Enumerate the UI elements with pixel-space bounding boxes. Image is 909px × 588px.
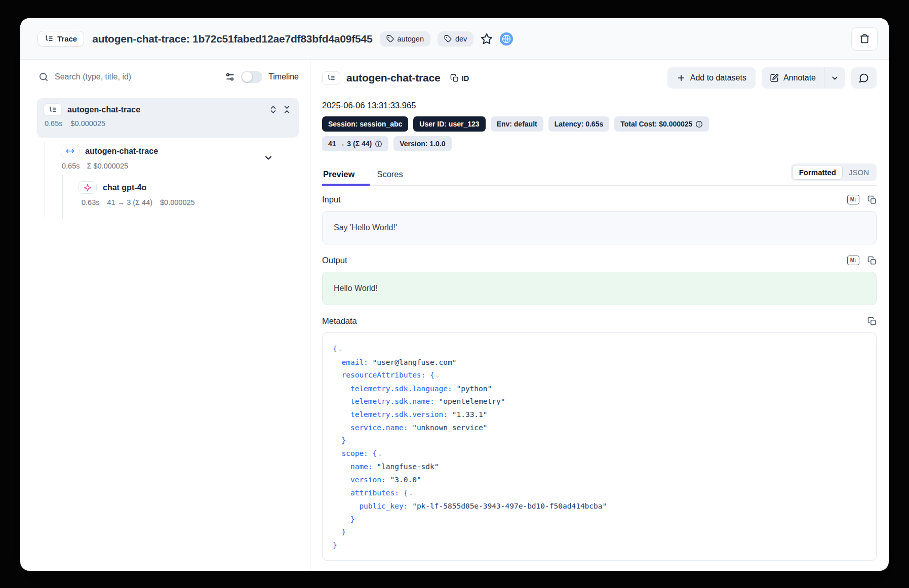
chevron-down-icon[interactable] (263, 153, 273, 163)
node-tokens: 41 → 3 (Σ 44) (107, 198, 152, 206)
trace-tree-sidebar: Timeline autogen-chat-trace (20, 60, 310, 571)
timeline-toggle-label: Timeline (268, 72, 299, 81)
format-toggle: Formatted JSON (791, 163, 877, 181)
metadata-content-box: {⌄ email: "user@langfuse.com" resourceAt… (322, 332, 877, 561)
output-section-label: Output (322, 256, 347, 265)
trace-type-badge: Trace (37, 31, 84, 47)
tab-preview[interactable]: Preview (322, 165, 370, 185)
copy-id-button[interactable]: ID (450, 74, 469, 82)
copy-metadata-icon[interactable] (867, 317, 877, 326)
metadata-json-line: {⌄ (333, 343, 866, 356)
generation-node-type-chip (78, 181, 97, 194)
metadata-json-line: } (333, 539, 866, 552)
metadata-json-line: } (333, 526, 866, 539)
annotate-button[interactable]: Annotate (762, 67, 824, 89)
tree-node-trace-root[interactable]: autogen-chat-trace 0.65s $0.000025 (37, 98, 299, 138)
info-icon (375, 140, 382, 148)
node-duration: 0.63s (82, 198, 99, 206)
window-header: Trace autogen-chat-trace: 1b72c51fabed12… (20, 18, 889, 60)
latency-badge: Latency: 0.65s (548, 116, 610, 132)
tree-node-span[interactable]: autogen-chat-trace (61, 145, 284, 157)
env-badge: Env: default (491, 116, 543, 132)
node-cost: $0.000025 (70, 119, 105, 128)
list-tree-icon (45, 34, 53, 43)
metadata-json-line: email: "user@langfuse.com" (333, 356, 866, 369)
annotate-label: Annotate (783, 73, 816, 82)
globe-icon[interactable] (500, 32, 513, 46)
tab-scores[interactable]: Scores (370, 165, 407, 185)
info-icon (695, 120, 703, 128)
trace-preview-panel: autogen-chat-trace ID Add to datasets (310, 60, 889, 571)
span-node-type-chip (61, 145, 80, 157)
metadata-json-line: version: "3.0.0" (333, 474, 866, 487)
markdown-toggle-icon[interactable]: M↓ (847, 195, 859, 204)
tree-node-title: chat gpt-4o (103, 183, 146, 192)
filter-settings-icon[interactable] (225, 72, 235, 82)
expand-all-icon[interactable] (268, 105, 278, 114)
metadata-json: {⌄ email: "user@langfuse.com" resourceAt… (333, 343, 866, 552)
output-text: Hello World! (334, 284, 378, 292)
session-badge[interactable]: Session: session_abc (322, 116, 408, 132)
format-formatted-option[interactable]: Formatted (793, 165, 843, 180)
copy-output-icon[interactable] (867, 256, 877, 265)
collapse-chevron-icon[interactable]: ⌄ (408, 487, 413, 500)
id-label: ID (461, 74, 469, 82)
metadata-json-line: name: "langfuse-sdk" (333, 460, 866, 474)
node-duration: 0.65s (45, 119, 62, 128)
metadata-json-line: resourceAttributes: {⌄ (333, 369, 866, 383)
annotate-menu-chevron[interactable] (824, 67, 845, 89)
timeline-toggle[interactable] (241, 71, 262, 83)
tree-node-title: autogen-chat-trace (85, 147, 158, 156)
tokens-label: 41 → 3 (Σ 44) (328, 140, 372, 148)
input-section-label: Input (322, 195, 341, 204)
comments-button[interactable] (851, 67, 877, 89)
page-title: autogen-chat-trace: 1b72c51fabed12ae7df8… (92, 33, 372, 45)
total-cost-badge[interactable]: Total Cost: $0.000025 (614, 116, 709, 132)
metadata-json-line: scope: {⌄ (333, 447, 866, 461)
collapse-chevron-icon[interactable]: ⌄ (434, 369, 440, 382)
toggle-knob (242, 72, 252, 82)
input-text: Say 'Hello World!' (334, 223, 397, 232)
observation-tree: autogen-chat-trace 0.65s $0.000025 (20, 98, 310, 230)
search-input[interactable] (55, 72, 219, 81)
metadata-json-line: } (333, 513, 866, 526)
metadata-section-label: Metadata (322, 316, 357, 326)
search-icon (38, 72, 49, 82)
collapse-chevron-icon[interactable]: ⌄ (337, 343, 342, 356)
tokens-badge[interactable]: 41 → 3 (Σ 44) (322, 136, 388, 151)
delete-trace-button[interactable] (851, 27, 878, 51)
metadata-json-line: service.name: "unknown_service" (333, 422, 866, 435)
plus-icon (677, 73, 686, 82)
copy-input-icon[interactable] (867, 195, 877, 204)
trace-badge-label: Trace (57, 34, 77, 43)
metadata-json-line: telemetry.sdk.language: "python" (333, 383, 866, 396)
tag-dev[interactable]: dev (438, 31, 473, 47)
tag-label: dev (455, 35, 467, 43)
collapse-all-icon[interactable] (282, 105, 292, 114)
metadata-json-line: } (333, 434, 866, 447)
format-json-option[interactable]: JSON (843, 165, 875, 179)
output-content-box: Hello World! (322, 272, 877, 305)
tree-connector-line (62, 175, 63, 219)
tag-icon (444, 35, 452, 43)
edit-icon (770, 73, 779, 82)
metadata-json-line: attributes: {⌄ (333, 487, 866, 500)
node-cost: Σ $0.000025 (87, 162, 128, 170)
metadata-json-line: telemetry.sdk.version: "1.33.1" (333, 408, 866, 422)
tag-icon (386, 35, 394, 43)
metadata-json-line: telemetry.sdk.name: "opentelemetry" (333, 395, 866, 408)
trace-detail-window: Trace autogen-chat-trace: 1b72c51fabed12… (20, 18, 889, 571)
markdown-toggle-icon[interactable]: M↓ (847, 256, 859, 265)
star-icon[interactable] (481, 33, 493, 45)
annotate-split-button: Annotate (762, 67, 845, 89)
preview-tabs: Preview Scores Formatted JSON (322, 163, 877, 186)
collapse-chevron-icon[interactable]: ⌄ (377, 447, 382, 460)
metadata-json-line: public_key: "pk-lf-5855d85e-3943-497e-bd… (333, 500, 866, 513)
tree-node-generation[interactable]: chat gpt-4o (78, 181, 146, 194)
add-to-datasets-button[interactable]: Add to datasets (667, 67, 756, 89)
user-badge[interactable]: User ID: user_123 (413, 116, 485, 132)
node-cost: $0.000025 (160, 198, 195, 206)
version-badge: Version: 1.0.0 (393, 136, 451, 151)
tag-autogen[interactable]: autogen (380, 31, 430, 47)
trace-node-type-chip (44, 103, 62, 116)
